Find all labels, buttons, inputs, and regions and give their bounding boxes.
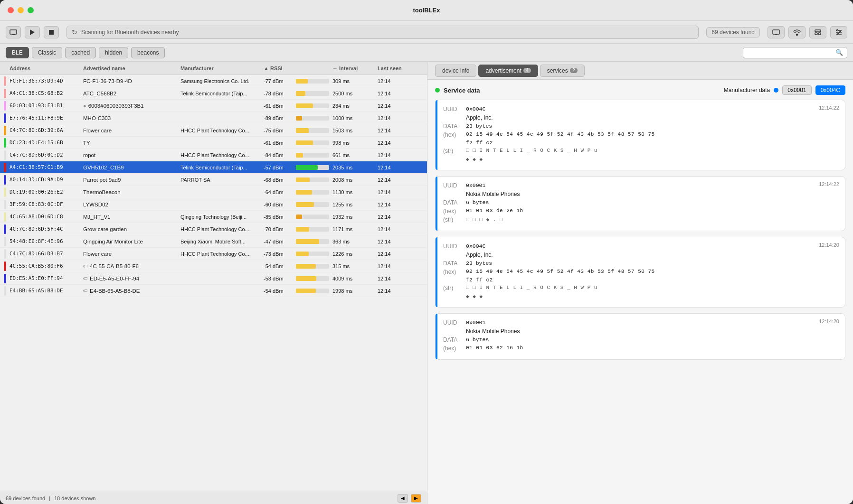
row-lastseen: 12:14 — [378, 177, 416, 183]
table-row[interactable]: 54:48:E6:8F:4E:96 Qingping Air Monitor L… — [0, 235, 427, 248]
row-address: C4:7C:8D:6D:0C:D2 — [9, 152, 83, 158]
scroll-left-button[interactable]: ◀ — [398, 494, 408, 503]
filter-cached-button[interactable]: cached — [65, 47, 96, 58]
adv-hex-field: (hex) 02 15 49 4e 54 45 4c 49 5f 52 4f 4… — [443, 131, 837, 138]
mfr-uuid-004c-button[interactable]: 0x004C — [815, 85, 845, 95]
table-row[interactable]: A4:C1:38:C5:68:B2 ATC_C568B2 Telink Semi… — [0, 87, 427, 100]
adv-company-field: Apple, Inc. — [443, 114, 837, 121]
table-row[interactable]: C4:7C:8D:66:D3:B7 Flower care HHCC Plant… — [0, 248, 427, 260]
rssi-bar-fill — [296, 165, 318, 170]
row-name: 🏷 4C-55-CA-B5-80-F6 — [83, 263, 180, 269]
settings-button[interactable] — [830, 26, 847, 38]
svg-point-17 — [838, 33, 839, 35]
table-row[interactable]: ED:E5:A5:E0:FF:94 🏷 ED-E5-A5-E0-FF-94 -5… — [0, 272, 427, 285]
adv-hex-row2: f2 ff c2 — [443, 277, 837, 283]
svg-point-16 — [840, 31, 841, 33]
screen-button[interactable] — [6, 26, 21, 38]
row-color-indicator — [4, 261, 9, 271]
filter-beacons-button[interactable]: beacons — [131, 47, 165, 58]
row-rssi: -85 dBm — [264, 214, 332, 220]
filter-hidden-button[interactable]: hidden — [99, 47, 128, 58]
display-button[interactable] — [768, 26, 785, 38]
tab-services[interactable]: services ? — [540, 65, 585, 77]
adv-entry: 12:14:22 UUID 0x0001 Nokia Mobile Phones… — [435, 176, 845, 231]
row-interval: 363 ms — [332, 239, 378, 244]
row-color-indicator — [4, 163, 9, 172]
rssi-bar-fill — [296, 79, 308, 84]
search-box[interactable]: 🔍 — [743, 47, 847, 58]
row-manufacturer: HHCC Plant Technology Co.... — [180, 226, 264, 232]
panel-tabs: device info advertisement 4 services ? — [427, 62, 853, 80]
row-rssi: -60 dBm — [264, 202, 332, 207]
row-interval: 661 ms — [332, 152, 378, 158]
tab-advertisement[interactable]: advertisement 4 — [478, 65, 538, 77]
row-interval: 2008 ms — [332, 177, 378, 183]
rssi-bar-fill — [296, 289, 316, 293]
table-row[interactable]: DC:23:4D:E4:15:6B TY -61 dBm 998 ms 12:1… — [0, 137, 427, 149]
row-interval: 1226 ms — [332, 251, 378, 257]
rssi-bar-fill — [296, 153, 303, 158]
rssi-bar-fill — [296, 128, 309, 133]
col-header-rssi: ▲ RSSI — [264, 65, 332, 71]
row-manufacturer: HHCC Plant Technology Co.... — [180, 152, 264, 158]
row-name: ● 6003#060030393F3B1 — [83, 103, 180, 109]
table-row[interactable]: DC:19:00:00:26:E2 ThermoBeacon -64 dBm 1… — [0, 186, 427, 198]
mfr-uuid-0001-button[interactable]: 0x0001 — [782, 85, 811, 95]
col-header-manufacturer: Manufacturer — [180, 65, 264, 71]
row-address: E7:76:45:11:F8:9E — [9, 115, 83, 121]
row-name: TY — [83, 140, 180, 146]
row-address: 54:48:E6:8F:4E:96 — [9, 238, 83, 244]
scroll-right-button[interactable]: ▶ — [411, 494, 421, 503]
table-row[interactable]: 4C:65:A8:D0:6D:C8 MJ_HT_V1 Qingping Tech… — [0, 211, 427, 223]
row-rssi: -73 dBm — [264, 251, 332, 257]
table-row[interactable]: FC:F1:36:73:D9:4D FC-F1-36-73-D9-4D Sams… — [0, 75, 427, 87]
stop-button[interactable] — [44, 26, 59, 38]
main-content: Address Advertised name Manufacturer ▲ R… — [0, 62, 853, 504]
wifi-button[interactable] — [788, 26, 806, 38]
table-row[interactable]: E7:76:45:11:F8:9E MHO-C303 -89 dBm 1000 … — [0, 112, 427, 124]
maximize-button[interactable] — [28, 7, 34, 13]
table-row[interactable]: A4:C1:38:57:C1:B9 GVH5102_C1B9 Telink Se… — [0, 161, 427, 174]
table-row[interactable]: 4C:7C:8D:6D:5F:4C Grow care garden HHCC … — [0, 223, 427, 235]
play-button[interactable] — [25, 26, 40, 38]
svg-marker-3 — [30, 29, 35, 35]
table-row[interactable]: 3F:59:C8:83:0C:DF LYWSD02 -60 dBm 1255 m… — [0, 198, 427, 211]
minimize-button[interactable] — [18, 7, 24, 13]
row-color-indicator — [4, 113, 9, 123]
adv-timestamp: 12:14:22 — [819, 181, 839, 187]
rssi-bar-bg — [296, 79, 329, 84]
rssi-bar-bg — [296, 165, 329, 170]
rssi-bar-fill — [296, 276, 316, 281]
table-row[interactable]: C4:7C:8D:6D:39:6A Flower care HHCC Plant… — [0, 124, 427, 137]
row-interval: 2500 ms — [332, 91, 378, 96]
row-name: Flower care — [83, 251, 180, 257]
adv-data-field: DATA 23 bytes — [443, 260, 837, 267]
row-lastseen: 12:14 — [378, 78, 416, 84]
search-input[interactable] — [747, 49, 833, 56]
table-row[interactable]: 4C:55:CA:B5:80:F6 🏷 4C-55-CA-B5-80-F6 -5… — [0, 260, 427, 272]
rssi-bar-bg — [296, 252, 329, 256]
table-row[interactable]: C4:7C:8D:6D:0C:D2 ropot HHCC Plant Techn… — [0, 149, 427, 161]
row-address: FC:F1:36:73:D9:4D — [9, 78, 83, 84]
devices-found-status: 69 devices found — [6, 495, 45, 501]
rssi-bar-bg — [296, 128, 329, 133]
close-button[interactable] — [8, 7, 14, 13]
table-row[interactable]: 60:03:03:93:F3:B1 ● 6003#060030393F3B1 -… — [0, 100, 427, 112]
col-header-lastseen: Last seen — [378, 65, 416, 71]
row-rssi: -53 dBm — [264, 276, 332, 281]
adv-timestamp: 12:14:20 — [819, 242, 839, 248]
row-address: A0:14:3D:CD:9A:D9 — [9, 177, 83, 183]
rssi-bar-fill — [296, 103, 313, 108]
layout-button[interactable] — [809, 26, 826, 38]
row-lastseen: 12:14 — [378, 239, 416, 244]
table-row[interactable]: E4:BB:65:A5:B8:DE 🏷 E4-BB-65-A5-B8-DE -5… — [0, 285, 427, 297]
filter-ble-button[interactable]: BLE — [6, 47, 29, 58]
row-rssi: -84 dBm — [264, 152, 332, 158]
tab-device-info[interactable]: device info — [435, 65, 476, 77]
row-lastseen: 12:14 — [378, 152, 416, 158]
adv-uuid-field: UUID 0x0001 — [443, 182, 837, 189]
table-row[interactable]: A0:14:3D:CD:9A:D9 Parrot pot 9ad9 PARROT… — [0, 174, 427, 186]
row-interval: 234 ms — [332, 103, 378, 109]
row-manufacturer: Telink Semiconductor (Taip... — [180, 165, 264, 170]
filter-classic-button[interactable]: Classic — [32, 47, 63, 58]
